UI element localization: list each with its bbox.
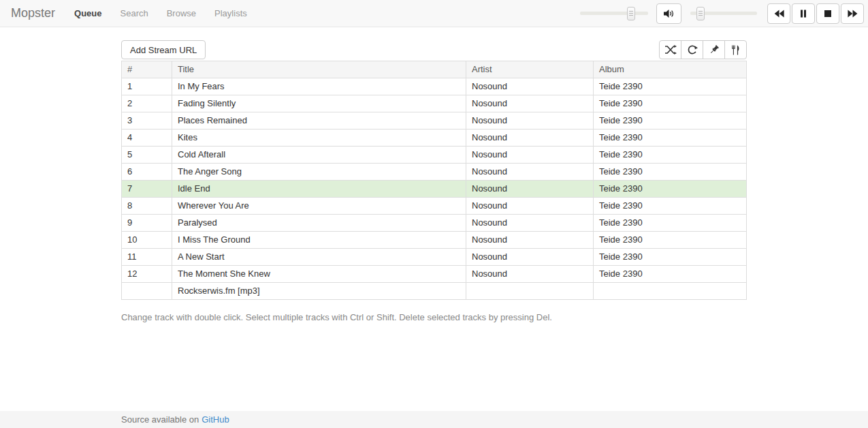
- column-header-number: #: [122, 61, 172, 78]
- track-album[interactable]: Teide 2390: [594, 198, 747, 215]
- main-nav: Queue Search Browse Playlists: [74, 8, 247, 18]
- track-row[interactable]: 2 Fading Silently Nosound Teide 2390: [122, 95, 747, 112]
- track-album[interactable]: Teide 2390: [594, 266, 747, 283]
- track-row[interactable]: 5 Cold Afterall Nosound Teide 2390: [122, 147, 747, 164]
- track-artist[interactable]: Nosound: [466, 232, 594, 249]
- track-row[interactable]: 12 The Moment She Knew Nosound Teide 239…: [122, 266, 747, 283]
- track-artist[interactable]: [466, 283, 594, 300]
- nav-item-queue[interactable]: Queue: [74, 8, 101, 18]
- stop-icon: [824, 10, 832, 18]
- track-row[interactable]: 4 Kites Nosound Teide 2390: [122, 129, 747, 147]
- track-album[interactable]: Teide 2390: [594, 215, 747, 232]
- track-album[interactable]: Teide 2390: [594, 249, 747, 266]
- track-album[interactable]: Teide 2390: [594, 95, 747, 112]
- track-row[interactable]: 6 The Anger Song Nosound Teide 2390: [122, 164, 747, 181]
- track-row[interactable]: 11 A New Start Nosound Teide 2390: [122, 249, 747, 266]
- track-number[interactable]: 5: [122, 147, 172, 164]
- track-row[interactable]: 7 Idle End Nosound Teide 2390: [122, 181, 747, 198]
- add-stream-url-button[interactable]: Add Stream URL: [121, 40, 206, 59]
- queue-page: Add Stream URL: [121, 40, 747, 322]
- track-album[interactable]: Teide 2390: [594, 181, 747, 198]
- track-title[interactable]: Cold Afterall: [172, 147, 466, 164]
- track-row[interactable]: Rockserwis.fm [mp3]: [122, 283, 747, 300]
- track-title[interactable]: Paralysed: [172, 215, 466, 232]
- pin-button[interactable]: [703, 40, 725, 59]
- volume-up-icon: [663, 9, 675, 18]
- track-album[interactable]: [594, 283, 747, 300]
- rewind-button[interactable]: [767, 3, 790, 24]
- transport-buttons: [767, 3, 864, 24]
- seek-slider-track[interactable]: [580, 12, 648, 15]
- track-title[interactable]: The Moment She Knew: [172, 266, 466, 283]
- fast-forward-button[interactable]: [841, 3, 864, 24]
- track-number[interactable]: 7: [122, 181, 172, 198]
- track-album[interactable]: Teide 2390: [594, 78, 747, 95]
- playback-controls: [580, 3, 864, 24]
- track-number[interactable]: 10: [122, 232, 172, 249]
- track-artist[interactable]: Nosound: [466, 266, 594, 283]
- track-row[interactable]: 3 Places Remained Nosound Teide 2390: [122, 112, 747, 129]
- track-artist[interactable]: Nosound: [466, 78, 594, 95]
- track-title[interactable]: A New Start: [172, 249, 466, 266]
- pause-button[interactable]: [792, 3, 815, 24]
- track-title[interactable]: I Miss The Ground: [172, 232, 466, 249]
- nav-item-search[interactable]: Search: [120, 8, 148, 18]
- track-artist[interactable]: Nosound: [466, 147, 594, 164]
- track-row[interactable]: 1 In My Fears Nosound Teide 2390: [122, 78, 747, 95]
- track-number[interactable]: 4: [122, 129, 172, 147]
- volume-slider-handle[interactable]: [696, 7, 705, 20]
- track-album[interactable]: Teide 2390: [594, 232, 747, 249]
- track-number[interactable]: [122, 283, 172, 300]
- mute-button[interactable]: [656, 3, 681, 24]
- nav-item-playlists[interactable]: Playlists: [214, 8, 247, 18]
- track-artist[interactable]: Nosound: [466, 112, 594, 129]
- brand-logo[interactable]: Mopster: [11, 6, 55, 20]
- seek-slider[interactable]: [580, 3, 648, 24]
- track-artist[interactable]: Nosound: [466, 181, 594, 198]
- track-title[interactable]: Rockserwis.fm [mp3]: [172, 283, 466, 300]
- volume-slider[interactable]: [690, 3, 757, 24]
- stop-button[interactable]: [816, 3, 839, 24]
- track-album[interactable]: Teide 2390: [594, 129, 747, 147]
- track-album[interactable]: Teide 2390: [594, 112, 747, 129]
- track-number[interactable]: 9: [122, 215, 172, 232]
- track-album[interactable]: Teide 2390: [594, 164, 747, 181]
- track-artist[interactable]: Nosound: [466, 129, 594, 147]
- queue-help-text: Change track with double click. Select m…: [121, 312, 747, 322]
- navbar: Mopster Queue Search Browse Playlists: [0, 0, 868, 27]
- track-row[interactable]: 10 I Miss The Ground Nosound Teide 2390: [122, 232, 747, 249]
- track-number[interactable]: 12: [122, 266, 172, 283]
- column-header-album: Album: [594, 61, 747, 78]
- track-row[interactable]: 9 Paralysed Nosound Teide 2390: [122, 215, 747, 232]
- track-artist[interactable]: Nosound: [466, 249, 594, 266]
- track-title[interactable]: The Anger Song: [172, 164, 466, 181]
- consume-button[interactable]: [724, 40, 747, 59]
- seek-slider-handle[interactable]: [627, 7, 635, 20]
- track-title[interactable]: Kites: [172, 129, 466, 147]
- nav-item-browse[interactable]: Browse: [167, 8, 196, 18]
- track-number[interactable]: 2: [122, 95, 172, 112]
- track-number[interactable]: 1: [122, 78, 172, 95]
- track-artist[interactable]: Nosound: [466, 164, 594, 181]
- pushpin-icon: [709, 44, 720, 55]
- track-number[interactable]: 6: [122, 164, 172, 181]
- track-artist[interactable]: Nosound: [466, 198, 594, 215]
- track-title[interactable]: Fading Silently: [172, 95, 466, 112]
- track-number[interactable]: 8: [122, 198, 172, 215]
- track-number[interactable]: 11: [122, 249, 172, 266]
- shuffle-button[interactable]: [659, 40, 681, 59]
- track-row[interactable]: 8 Wherever You Are Nosound Teide 2390: [122, 198, 747, 215]
- repeat-button[interactable]: [681, 40, 703, 59]
- track-number[interactable]: 3: [122, 112, 172, 129]
- track-title[interactable]: Wherever You Are: [172, 198, 466, 215]
- track-title[interactable]: In My Fears: [172, 78, 466, 95]
- shuffle-icon: [664, 45, 677, 55]
- track-album[interactable]: Teide 2390: [594, 147, 747, 164]
- track-artist[interactable]: Nosound: [466, 215, 594, 232]
- queue-table-header-row: # Title Artist Album: [122, 61, 747, 78]
- github-link[interactable]: GitHub: [202, 414, 229, 425]
- fast-forward-icon: [848, 10, 858, 18]
- track-artist[interactable]: Nosound: [466, 95, 594, 112]
- track-title[interactable]: Places Remained: [172, 112, 466, 129]
- track-title[interactable]: Idle End: [172, 181, 466, 198]
